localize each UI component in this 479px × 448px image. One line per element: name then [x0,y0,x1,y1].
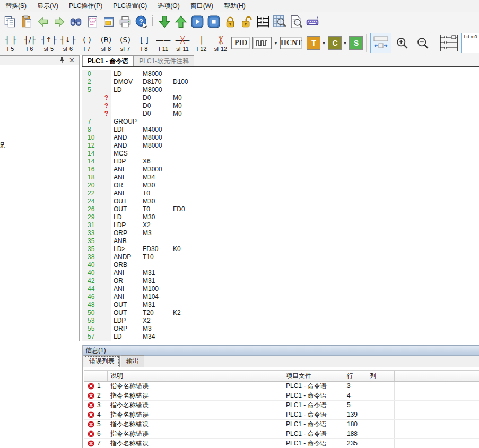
code-row[interactable]: 50 OUT T20 K2 [82,309,479,317]
navigate-back-icon[interactable] [34,14,51,29]
code-row[interactable]: ? D0 M0 [82,94,479,102]
counter-button[interactable]: C [328,36,342,50]
lock-icon[interactable] [222,14,238,29]
tab-output[interactable]: 输出 [121,355,144,367]
copy-icon[interactable] [2,14,18,29]
free-monitor-icon[interactable] [271,14,288,29]
code-row[interactable]: 22 ANI T0 [82,189,479,197]
menu-item[interactable]: 选项(O) [152,0,185,12]
instruction-list[interactable]: 0 LD M8000 2 DMOV D8170 D100 [82,67,479,345]
code-row[interactable]: 46 ANI M104 [82,293,479,301]
ladder-fn-button[interactable]: ——╳ sF11 [173,32,192,54]
run-plc-icon[interactable] [189,14,205,29]
stop-plc-icon[interactable] [205,14,222,29]
header-description[interactable]: 说明 [108,371,283,381]
menu-item[interactable]: 帮助(H) [219,0,251,12]
error-row[interactable]: 7 指令名称错误 PLC1 - 命令语 235 [84,439,479,448]
code-row[interactable]: 53 LDP X2 [82,317,479,325]
ladder-fn-button[interactable]: (R) sF8 [97,32,116,54]
code-row[interactable]: 12 AND M8000 [82,142,479,150]
code-row[interactable]: 29 LD M30 [82,213,479,221]
code-row[interactable]: 7 GROUP [82,118,479,126]
tab-instruction-list[interactable]: PLC1 - 命令语 [82,55,134,66]
header-project-file[interactable]: 项目文件 [283,371,344,381]
code-row[interactable]: 24 OUT M30 [82,197,479,205]
pin-icon[interactable] [59,56,65,65]
code-row[interactable]: 57 LD M34 [82,333,479,341]
help-icon[interactable]: ? [133,14,150,29]
error-row[interactable]: 6 指令名称错误 PLC1 - 命令语 188 [84,429,479,439]
ladder-monitor-icon[interactable] [255,14,271,29]
expand-instruction-button[interactable] [370,33,391,53]
code-row[interactable]: 31 LDP X2 [82,221,479,229]
code-row[interactable]: 0 LD M8000 [82,70,479,78]
download-to-plc-icon[interactable] [156,14,172,29]
code-row[interactable]: 14 MCS [82,150,479,158]
hcnt-button[interactable]: HCNT [280,37,302,49]
error-row[interactable]: 3 指令名称错误 PLC1 - 命令语 5 [84,401,479,410]
code-row[interactable]: 26 OUT T0 FD0 [82,205,479,213]
code-row[interactable]: 16 ANI M3000 [82,166,479,174]
header-column[interactable]: 列 [367,371,395,381]
error-row[interactable]: 5 指令名称错误 PLC1 - 命令语 180 [84,420,479,429]
ladder-fn-button[interactable]: │ F12 [192,32,211,54]
code-row[interactable]: 48 OUT M31 [82,301,479,309]
close-icon[interactable]: ✕ [69,57,75,64]
ladder-view-icon[interactable] [438,36,459,51]
code-row[interactable]: 10 AND M8000 [82,134,479,142]
tab-error-list[interactable]: 错误列表 [84,355,120,367]
print-icon[interactable] [117,14,133,29]
ladder-fn-button[interactable]: (S) sF7 [116,32,135,54]
ladder-fn-button[interactable]: ┤ ├ F5 [1,32,20,54]
pulse-button[interactable] [252,37,272,49]
data-monitor-icon[interactable] [288,14,304,29]
output-window-icon[interactable] [100,14,117,29]
ladder-fn-button[interactable]: [ ] F8 [135,32,154,54]
counter-dropdown-arrow[interactable]: ▼ [342,41,348,46]
ladder-fn-button[interactable]: —— F11 [154,32,173,54]
ladder-fn-button[interactable]: │╳ sF12 [211,32,230,54]
pulse-dropdown-arrow[interactable]: ▼ [273,41,279,46]
code-row[interactable]: 55 ORP M3 [82,325,479,333]
device-settings-icon[interactable] [84,14,100,29]
code-row[interactable]: 33 ORP M3 [82,229,479,237]
code-row[interactable]: ? D0 M0 [82,102,479,110]
code-row[interactable]: 42 OR M31 [82,277,479,285]
code-row[interactable]: ? D0 M0 [82,110,479,118]
code-row[interactable]: 35 ANB [82,237,479,245]
code-row[interactable]: 20 OR M30 [82,182,479,189]
header-row[interactable]: 行 [344,371,367,381]
navigate-forward-icon[interactable] [51,14,67,29]
code-row[interactable]: 2 DMOV D8170 D100 [82,78,479,86]
zoom-out-icon[interactable] [414,36,431,51]
zoom-in-icon[interactable] [394,36,410,51]
code-row[interactable]: 8 LDI M4000 [82,126,479,134]
code-row[interactable]: 40 ANI M31 [82,269,479,277]
timer-button[interactable]: T [307,36,320,50]
ladder-fn-button[interactable]: ┤↓├ sF6 [58,32,77,54]
unlock-icon[interactable] [238,14,255,29]
menu-item[interactable]: 显示(V) [32,0,64,12]
code-row[interactable]: 14 LDP X6 [82,158,479,166]
code-row[interactable]: 18 ANI M34 [82,174,479,182]
instruction-view-button[interactable]: Ld m0 [461,33,479,53]
ladder-fn-button[interactable]: ( ) F7 [77,32,97,54]
menu-item[interactable]: PLC操作(P) [64,0,108,12]
code-row[interactable]: 44 ANI M100 [82,285,479,293]
menu-item[interactable]: 窗口(W) [185,0,219,12]
menu-item[interactable]: 替换(S) [0,0,32,12]
pid-button[interactable]: PID [231,37,250,49]
upload-from-plc-icon[interactable] [172,14,189,29]
virtual-keypad-icon[interactable] [304,14,320,29]
menu-item[interactable]: PLC设置(C) [108,0,152,12]
code-row[interactable]: 38 ANDP T10 [82,253,479,261]
code-row[interactable]: 40 ORB [82,261,479,269]
error-row[interactable]: 4 指令名称错误 PLC1 - 命令语 139 [84,410,479,420]
ladder-fn-button[interactable]: ┤↑├ sF5 [39,32,58,54]
timer-dropdown-arrow[interactable]: ▼ [320,41,327,46]
ladder-fn-button[interactable]: ┤/├ F6 [20,32,39,54]
find-icon[interactable] [67,14,84,29]
tab-device-comment[interactable]: PLC1-软元件注释 [134,55,194,66]
state-button[interactable]: S [349,36,363,50]
paste-icon[interactable] [18,14,34,29]
